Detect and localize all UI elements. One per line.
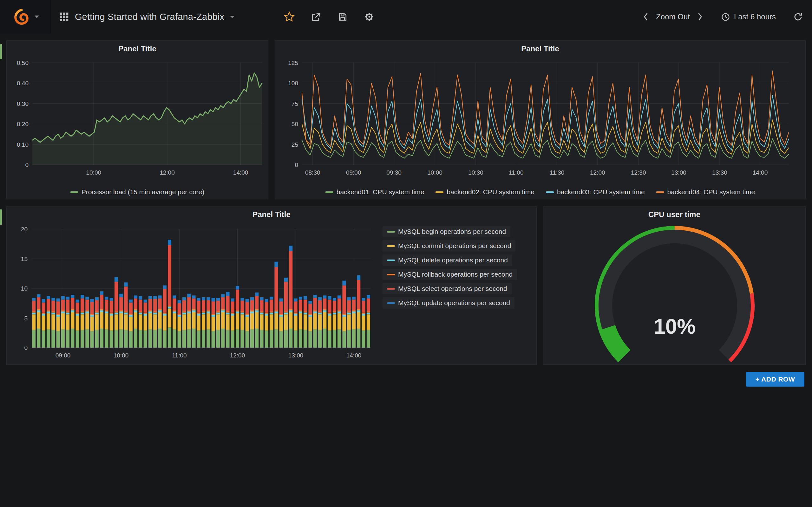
chevron-down-icon xyxy=(35,15,39,18)
chevron-left-button[interactable] xyxy=(640,11,652,22)
legend-item[interactable]: MySQL delete operations per second xyxy=(383,255,512,266)
legend-label: MySQL commit operations per second xyxy=(398,242,511,250)
save-button[interactable] xyxy=(337,11,348,22)
svg-text:50: 50 xyxy=(292,121,298,127)
svg-text:0: 0 xyxy=(25,162,29,168)
svg-text:13:00: 13:00 xyxy=(671,169,687,176)
svg-text:0.10: 0.10 xyxy=(17,141,29,148)
clock-icon xyxy=(721,12,730,21)
legend-item[interactable]: MySQL commit operations per second xyxy=(383,240,515,251)
settings-gear-button[interactable] xyxy=(363,11,375,22)
panel-cpu-system-time: Panel Title 025507510012508:3009:0009:30… xyxy=(275,40,806,199)
time-range-picker[interactable]: Last 6 hours xyxy=(721,12,776,21)
legend-label: MySQL rollback operations per second xyxy=(398,271,513,278)
legend-label: MySQL delete operations per second xyxy=(398,257,508,264)
svg-text:0: 0 xyxy=(295,162,298,168)
svg-text:10:00: 10:00 xyxy=(427,169,443,176)
panel-processor-load: Panel Title 00.100.200.300.400.5010:0012… xyxy=(6,40,268,199)
svg-text:10%: 10% xyxy=(654,315,696,338)
legend-item[interactable]: Processor load (15 min average per core) xyxy=(70,188,205,196)
svg-text:11:00: 11:00 xyxy=(172,352,187,359)
legend-item[interactable]: backend02: CPU system time xyxy=(436,188,535,196)
legend-marker xyxy=(387,231,395,233)
svg-text:75: 75 xyxy=(292,101,298,107)
svg-text:09:30: 09:30 xyxy=(386,169,402,176)
legend-marker xyxy=(387,274,395,275)
legend-marker xyxy=(387,302,395,304)
svg-text:11:00: 11:00 xyxy=(509,169,523,176)
legend-item[interactable]: backend03: CPU system time xyxy=(546,188,645,196)
svg-text:14:00: 14:00 xyxy=(753,169,768,176)
svg-text:12:30: 12:30 xyxy=(631,169,646,176)
grafana-logo-button[interactable] xyxy=(0,0,51,34)
svg-text:0: 0 xyxy=(24,344,28,351)
grafana-logo-icon xyxy=(12,7,31,26)
panel-title[interactable]: Panel Title xyxy=(275,41,805,57)
svg-text:10: 10 xyxy=(21,285,28,292)
cpu-system-time-chart[interactable]: 025507510012508:3009:0009:3010:0010:3011… xyxy=(275,57,806,184)
navbar: Getting Started with Grafana-Zabbix xyxy=(0,0,812,34)
dashboard-grid-icon xyxy=(59,12,69,22)
svg-text:08:30: 08:30 xyxy=(305,169,320,176)
svg-text:0.40: 0.40 xyxy=(17,80,29,87)
dashboard-title-dropdown[interactable]: Getting Started with Grafana-Zabbix xyxy=(59,0,235,34)
legend-item[interactable]: backend01: CPU system time xyxy=(325,188,424,196)
svg-text:09:00: 09:00 xyxy=(55,352,71,359)
legend-marker xyxy=(387,260,395,261)
time-controls: Zoom Out Last 6 hours xyxy=(640,0,804,34)
legend-marker xyxy=(387,288,395,290)
svg-text:10:00: 10:00 xyxy=(113,352,129,359)
legend-item[interactable]: backend04: CPU system time xyxy=(656,188,755,196)
legend-marker xyxy=(70,191,78,193)
svg-text:13:00: 13:00 xyxy=(288,352,304,359)
chevron-right-button[interactable] xyxy=(694,11,706,22)
legend-item[interactable]: MySQL select operations per second xyxy=(383,283,512,294)
dashboard-actions xyxy=(284,0,375,34)
refresh-button[interactable] xyxy=(792,11,804,22)
legend-label: backend03: CPU system time xyxy=(557,188,645,196)
panel-title[interactable]: CPU user time xyxy=(543,206,805,223)
panel-mysql-operations: Panel Title 0510152009:0010:0011:0012:00… xyxy=(6,206,537,365)
legend: MySQL begin operations per secondMySQL c… xyxy=(383,226,517,308)
legend: backend01: CPU system timebackend02: CPU… xyxy=(275,188,805,196)
svg-text:12:00: 12:00 xyxy=(159,169,175,176)
legend-item[interactable]: MySQL update operations per second xyxy=(383,297,514,308)
legend-label: backend02: CPU system time xyxy=(447,188,535,196)
star-button[interactable] xyxy=(284,11,295,22)
legend-marker xyxy=(325,191,334,193)
legend-item[interactable]: MySQL rollback operations per second xyxy=(383,269,517,280)
legend-label: MySQL select operations per second xyxy=(398,285,507,292)
svg-text:14:00: 14:00 xyxy=(346,352,362,359)
svg-text:0.50: 0.50 xyxy=(17,60,29,66)
time-range-label: Last 6 hours xyxy=(734,12,776,21)
cpu-user-time-gauge: 10% xyxy=(543,223,806,364)
panel-title[interactable]: Panel Title xyxy=(7,41,268,57)
svg-text:12:00: 12:00 xyxy=(230,352,245,359)
svg-text:25: 25 xyxy=(292,141,298,148)
svg-text:125: 125 xyxy=(288,60,298,66)
panel-cpu-user-time: CPU user time 10% xyxy=(543,206,806,365)
svg-text:5: 5 xyxy=(24,315,28,322)
share-button[interactable] xyxy=(310,11,322,22)
svg-text:12:00: 12:00 xyxy=(590,169,605,176)
svg-text:20: 20 xyxy=(21,226,28,233)
zoom-out-button[interactable]: Zoom Out xyxy=(656,12,690,21)
svg-text:14:00: 14:00 xyxy=(233,169,248,176)
svg-text:09:00: 09:00 xyxy=(346,169,361,176)
legend-label: MySQL update operations per second xyxy=(398,299,510,307)
row-toggle-strip[interactable] xyxy=(0,210,2,225)
svg-text:0.30: 0.30 xyxy=(17,101,29,107)
svg-text:0.20: 0.20 xyxy=(17,121,29,127)
row-toggle-strip[interactable] xyxy=(0,44,2,59)
panel-title[interactable]: Panel Title xyxy=(7,206,537,223)
svg-text:15: 15 xyxy=(21,256,28,262)
legend-marker xyxy=(656,191,664,193)
legend-item[interactable]: MySQL begin operations per second xyxy=(383,226,510,237)
chevron-down-icon xyxy=(230,16,235,18)
legend-marker xyxy=(436,191,444,193)
processor-load-chart[interactable]: 00.100.200.300.400.5010:0012:0014:00 xyxy=(7,57,269,184)
svg-text:10:30: 10:30 xyxy=(468,169,484,176)
add-row-button[interactable]: + ADD ROW xyxy=(746,372,804,387)
legend-label: backend01: CPU system time xyxy=(337,188,424,196)
svg-text:11:30: 11:30 xyxy=(550,169,564,176)
